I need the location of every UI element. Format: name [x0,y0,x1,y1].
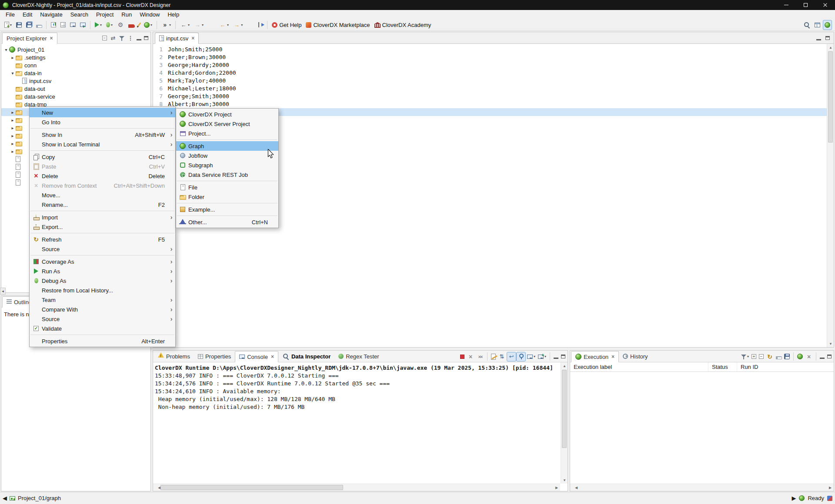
scroll-right-icon[interactable] [553,484,560,491]
close-window-button[interactable] [815,0,835,10]
close-tab-icon[interactable] [50,36,53,41]
console-tab-data-inspector[interactable]: Data Inspector [278,351,334,362]
menu-edit[interactable]: Edit [19,10,36,19]
new-project[interactable]: Project... [176,129,278,138]
minimize-editor-button[interactable] [815,33,823,43]
open-console-view-button[interactable] [68,20,77,30]
column-header-status[interactable]: Status [708,362,737,371]
tree-item-data-service[interactable]: data-service [1,93,150,100]
scroll-up-icon[interactable] [827,44,834,51]
console-tab-console[interactable]: Console [235,351,278,362]
menu-project[interactable]: Project [92,10,117,19]
pin-console-button[interactable] [516,352,526,361]
cloverdx-perspective-button[interactable] [823,20,832,30]
run-graph-button[interactable]: ▾ [93,20,104,30]
search-button[interactable] [802,20,812,30]
tree-expand-arrow[interactable] [10,133,16,138]
console-horizontal-scrollbar[interactable] [153,484,560,491]
maximize-view-button[interactable] [560,352,567,361]
scroll-right-icon[interactable] [827,484,834,491]
context-copy[interactable]: CopyCtrl+C [30,152,175,162]
console-output[interactable]: CloverDX Runtime D:\Apps\CloverDXDesigne… [153,362,560,484]
tree-expand-arrow[interactable] [10,55,16,60]
toolbox-button[interactable] [127,20,136,30]
tree-collapse-arrow[interactable] [3,47,9,52]
tree-item-input-csv[interactable]: input.csv [1,77,150,85]
show-grid-button[interactable] [59,20,67,30]
refresh-button[interactable] [765,352,775,361]
menu-help[interactable]: Help [164,10,183,19]
tree-item-conn[interactable]: conn [1,61,150,69]
close-tab-icon[interactable] [271,354,274,359]
execution-horizontal-scrollbar[interactable] [570,484,834,491]
open-perspective-button[interactable] [813,20,822,30]
skip-to-end-button[interactable]: ▾ [160,20,173,30]
new-jobflow[interactable]: Jobflow [176,151,278,160]
menu-run[interactable]: Run [117,10,136,19]
server-console-button[interactable] [796,352,804,361]
context-show-in-local-terminal[interactable]: Show in Local Terminal [30,139,175,149]
context-new[interactable]: New [30,108,175,117]
context-go-into[interactable]: Go Into [30,117,175,127]
export-log-button[interactable] [783,352,791,361]
context-compare-with[interactable]: Compare With [30,305,175,314]
menu-window[interactable]: Window [136,10,164,19]
context-move[interactable]: Move... [30,190,175,200]
connect-to-server-button[interactable]: ▾ [142,20,154,30]
scrollbar-thumb[interactable] [160,485,343,490]
scroll-left-icon[interactable] [573,484,580,491]
menu-search[interactable]: Search [67,10,92,19]
tree-expand-arrow[interactable] [10,118,16,123]
console-vertical-scrollbar[interactable] [561,362,568,484]
scroll-lock-button[interactable] [497,352,507,361]
save-button[interactable] [14,20,23,30]
new-cloverdx-server-project[interactable]: CloverDX Server Project [176,119,278,129]
tab-project-explorer[interactable]: Project Explorer [2,33,57,44]
save-all-button[interactable] [24,20,33,30]
edit-button[interactable] [137,20,141,30]
open-console-button[interactable]: ▾ [537,352,548,361]
scrollbar-thumb[interactable] [562,370,567,448]
get-help-button[interactable]: Get Help [270,20,303,30]
context-refresh[interactable]: RefreshF5 [30,235,175,244]
tree-item-project-01[interactable]: Project_01 [1,46,150,53]
close-tab-icon[interactable] [611,354,615,359]
maximize-window-button[interactable] [796,0,815,10]
new-other[interactable]: Other...Ctrl+N [176,217,278,227]
context-coverage-as[interactable]: Coverage As [30,257,175,266]
tree-item-settings[interactable]: .settings [1,53,150,61]
console-tab-problems[interactable]: Problems [154,351,194,362]
next-edit-button[interactable]: ▾ [231,20,244,30]
context-paste[interactable]: PasteCtrl+V [30,162,175,171]
print-log-button[interactable] [775,352,783,361]
previous-edit-button[interactable]: ▾ [217,20,230,30]
context-team[interactable]: Team [30,295,175,305]
context-source[interactable]: Source [30,314,175,324]
terminate-button[interactable] [459,352,466,361]
forward-button[interactable]: ▾ [192,20,205,30]
maximize-view-button[interactable] [826,352,833,361]
minimize-view-button[interactable] [552,352,560,361]
tree-expand-arrow[interactable] [10,141,16,146]
remove-all-launches-button[interactable] [475,352,485,361]
column-header-run-id[interactable]: Run ID [737,362,834,371]
collapse-all-button[interactable] [101,33,108,43]
context-properties[interactable]: PropertiesAlt+Enter [30,336,175,346]
clear-console-button[interactable] [490,352,497,361]
settings-button[interactable] [115,20,126,30]
display-selected-console-button[interactable]: ▾ [526,352,537,361]
tree-expand-arrow[interactable] [10,149,16,154]
context-rename[interactable]: Rename...F2 [30,200,175,209]
remove-launch-button[interactable] [466,352,475,361]
collapse-all-button[interactable] [758,352,765,361]
minimize-window-button[interactable] [776,0,796,10]
execution-tab-history[interactable]: History [619,351,651,362]
word-wrap-button[interactable] [507,352,516,361]
debug-graph-button[interactable]: ▾ [104,20,114,30]
minimize-view-button[interactable] [135,33,143,43]
print-button[interactable] [34,20,43,30]
maximize-view-button[interactable] [143,33,150,43]
restore-panel-button[interactable] [0,288,6,295]
tree-expand-arrow[interactable] [10,110,16,115]
cloverdx-academy-button[interactable]: CloverDX Academy [373,20,433,30]
